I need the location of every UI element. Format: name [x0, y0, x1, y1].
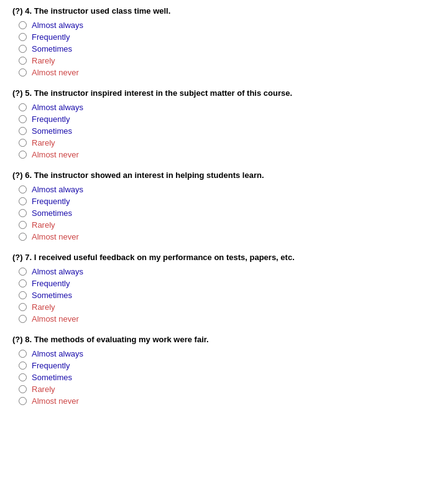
option-label-q4-frequently[interactable]: Frequently — [32, 32, 70, 42]
option-label-q5-sometimes[interactable]: Sometimes — [32, 126, 72, 136]
option-label-q7-frequently[interactable]: Frequently — [32, 279, 70, 288]
radio-q8-rarely[interactable] — [19, 385, 27, 393]
question-block-q6: (?) 6. The instructor showed an interest… — [12, 170, 430, 241]
required-marker: (?) — [12, 6, 23, 16]
radio-q5-frequently[interactable] — [19, 115, 27, 123]
radio-q4-almost_never[interactable] — [19, 68, 27, 77]
radio-q6-almost_never[interactable] — [19, 233, 27, 241]
radio-q4-sometimes[interactable] — [19, 45, 27, 53]
question-title-q7: (?) 7. I received useful feedback on my … — [12, 253, 430, 262]
question-number: 6. — [25, 170, 32, 180]
radio-q4-rarely[interactable] — [19, 57, 27, 65]
option-item-q4-rarely: Rarely — [19, 56, 430, 65]
option-item-q7-rarely: Rarely — [19, 302, 430, 312]
radio-q5-almost_never[interactable] — [19, 151, 27, 159]
radio-q5-rarely[interactable] — [19, 139, 27, 147]
required-marker: (?) — [12, 88, 23, 98]
option-item-q7-almost_never: Almost never — [19, 314, 430, 324]
radio-q8-almost_always[interactable] — [19, 350, 27, 358]
option-label-q8-frequently[interactable]: Frequently — [32, 361, 70, 370]
radio-q8-sometimes[interactable] — [19, 373, 27, 381]
question-text-q4: The instructor used class time well. — [34, 6, 171, 16]
option-label-q8-rarely[interactable]: Rarely — [32, 385, 55, 394]
option-label-q4-almost_always[interactable]: Almost always — [32, 21, 83, 30]
option-item-q6-sometimes: Sometimes — [19, 208, 430, 218]
radio-q4-frequently[interactable] — [19, 33, 27, 41]
radio-q7-frequently[interactable] — [19, 279, 27, 287]
required-marker: (?) — [12, 253, 23, 262]
question-block-q5: (?) 5. The instructor inspired interest … — [12, 88, 430, 159]
option-label-q7-rarely[interactable]: Rarely — [32, 302, 55, 312]
question-title-q6: (?) 6. The instructor showed an interest… — [12, 170, 430, 180]
survey-container: (?) 4. The instructor used class time we… — [12, 6, 430, 406]
option-item-q6-almost_never: Almost never — [19, 232, 430, 241]
option-label-q7-almost_never[interactable]: Almost never — [32, 314, 79, 324]
radio-q7-sometimes[interactable] — [19, 291, 27, 299]
option-label-q6-almost_never[interactable]: Almost never — [32, 232, 79, 241]
option-label-q5-frequently[interactable]: Frequently — [32, 114, 70, 124]
question-title-q4: (?) 4. The instructor used class time we… — [12, 6, 430, 16]
option-item-q8-almost_never: Almost never — [19, 396, 430, 406]
radio-q6-almost_always[interactable] — [19, 185, 27, 194]
option-label-q5-rarely[interactable]: Rarely — [32, 138, 55, 147]
option-label-q7-almost_always[interactable]: Almost always — [32, 267, 83, 276]
radio-q7-almost_always[interactable] — [19, 268, 27, 276]
option-label-q8-sometimes[interactable]: Sometimes — [32, 373, 72, 382]
option-item-q4-sometimes: Sometimes — [19, 44, 430, 54]
option-item-q8-sometimes: Sometimes — [19, 373, 430, 382]
option-item-q4-frequently: Frequently — [19, 32, 430, 42]
option-label-q6-frequently[interactable]: Frequently — [32, 197, 70, 206]
radio-q6-frequently[interactable] — [19, 197, 27, 205]
question-text-q7: I received useful feedback on my perform… — [34, 253, 295, 262]
radio-q6-rarely[interactable] — [19, 221, 27, 229]
option-label-q7-sometimes[interactable]: Sometimes — [32, 291, 72, 300]
radio-q8-frequently[interactable] — [19, 362, 27, 370]
option-label-q6-sometimes[interactable]: Sometimes — [32, 208, 72, 218]
option-label-q5-almost_never[interactable]: Almost never — [32, 150, 79, 159]
option-item-q4-almost_always: Almost always — [19, 21, 430, 30]
radio-q7-almost_never[interactable] — [19, 315, 27, 323]
option-label-q6-almost_always[interactable]: Almost always — [32, 185, 83, 194]
option-item-q7-almost_always: Almost always — [19, 267, 430, 276]
required-marker: (?) — [12, 170, 23, 180]
option-item-q7-frequently: Frequently — [19, 279, 430, 288]
question-block-q7: (?) 7. I received useful feedback on my … — [12, 253, 430, 324]
question-text-q5: The instructor inspired interest in the … — [34, 88, 292, 98]
question-text-q6: The instructor showed an interest in hel… — [34, 170, 264, 180]
question-number: 5. — [25, 88, 32, 98]
option-item-q5-frequently: Frequently — [19, 114, 430, 124]
option-item-q5-almost_always: Almost always — [19, 103, 430, 112]
option-label-q4-almost_never[interactable]: Almost never — [32, 68, 79, 77]
option-item-q8-almost_always: Almost always — [19, 349, 430, 358]
options-list-q5: Almost alwaysFrequentlySometimesRarelyAl… — [12, 103, 430, 159]
option-item-q6-frequently: Frequently — [19, 197, 430, 206]
option-label-q6-rarely[interactable]: Rarely — [32, 220, 55, 230]
option-item-q6-rarely: Rarely — [19, 220, 430, 230]
options-list-q7: Almost alwaysFrequentlySometimesRarelyAl… — [12, 267, 430, 324]
option-item-q6-almost_always: Almost always — [19, 185, 430, 194]
option-label-q5-almost_always[interactable]: Almost always — [32, 103, 83, 112]
option-label-q4-sometimes[interactable]: Sometimes — [32, 44, 72, 54]
question-title-q5: (?) 5. The instructor inspired interest … — [12, 88, 430, 98]
radio-q5-sometimes[interactable] — [19, 127, 27, 135]
radio-q8-almost_never[interactable] — [19, 397, 27, 405]
option-label-q8-almost_never[interactable]: Almost never — [32, 396, 79, 406]
option-item-q5-sometimes: Sometimes — [19, 126, 430, 136]
option-label-q8-almost_always[interactable]: Almost always — [32, 349, 83, 358]
option-item-q5-almost_never: Almost never — [19, 150, 430, 159]
option-item-q7-sometimes: Sometimes — [19, 291, 430, 300]
radio-q6-sometimes[interactable] — [19, 209, 27, 217]
radio-q4-almost_always[interactable] — [19, 21, 27, 29]
option-label-q4-rarely[interactable]: Rarely — [32, 56, 55, 65]
required-marker: (?) — [12, 335, 23, 344]
options-list-q6: Almost alwaysFrequentlySometimesRarelyAl… — [12, 185, 430, 241]
radio-q7-rarely[interactable] — [19, 303, 27, 311]
radio-q5-almost_always[interactable] — [19, 103, 27, 111]
option-item-q8-frequently: Frequently — [19, 361, 430, 370]
options-list-q4: Almost alwaysFrequentlySometimesRarelyAl… — [12, 21, 430, 77]
option-item-q4-almost_never: Almost never — [19, 68, 430, 77]
option-item-q5-rarely: Rarely — [19, 138, 430, 147]
question-block-q8: (?) 8. The methods of evaluating my work… — [12, 335, 430, 406]
question-block-q4: (?) 4. The instructor used class time we… — [12, 6, 430, 77]
question-number: 4. — [25, 6, 32, 16]
